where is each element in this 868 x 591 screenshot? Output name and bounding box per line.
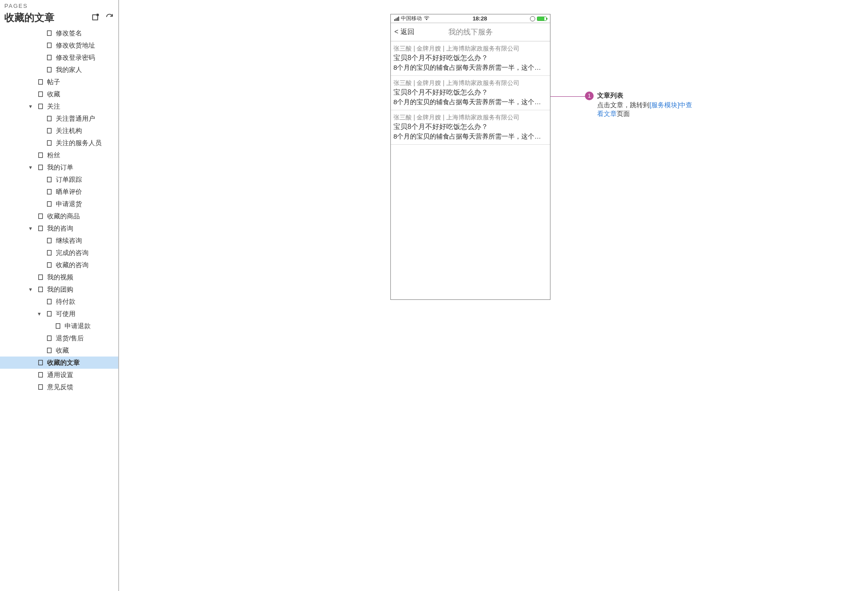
tree-node[interactable]: ▼关注	[0, 100, 118, 112]
page-title: 收藏的文章	[4, 11, 55, 24]
tree-node-label: 收藏	[56, 346, 69, 355]
article-item[interactable]: 张三酸 | 金牌月嫂 | 上海博助家政服务有限公司宝贝8个月不好好吃饭怎么办？8…	[391, 41, 550, 76]
tree-node-label: 可使用	[56, 310, 75, 318]
status-bar: 中国移动 18:28	[391, 14, 550, 23]
tree-node[interactable]: 粉丝	[0, 149, 118, 161]
svg-rect-11	[39, 153, 43, 158]
tree-node[interactable]: 通用设置	[0, 369, 118, 381]
tree-node[interactable]: ▼可使用	[0, 308, 118, 320]
title-row: 收藏的文章	[4, 11, 114, 24]
annotation-text: 点击文章，跳转到[服务模块]中查看文章页面	[597, 101, 693, 119]
article-title: 宝贝8个月不好好吃饭怎么办？	[393, 54, 547, 63]
tree-node-label: 关注	[47, 102, 60, 111]
title-actions	[91, 13, 114, 23]
tree-node[interactable]: 修改登录密码	[0, 51, 118, 64]
tree-node-label: 收藏的咨询	[56, 261, 89, 269]
tree-node[interactable]: 收藏的咨询	[0, 259, 118, 271]
tree-node-label: 订单跟踪	[56, 176, 82, 184]
svg-rect-10	[48, 141, 51, 146]
tree-node[interactable]: 修改收货地址	[0, 39, 118, 51]
refresh-icon[interactable]	[105, 13, 114, 23]
tree-node-label: 待付款	[56, 298, 75, 306]
page-icon	[46, 299, 52, 305]
tree-node-label: 我的家人	[56, 66, 82, 74]
tree-node[interactable]: 退货/售后	[0, 332, 118, 344]
page-tree[interactable]: 修改签名修改收货地址修改登录密码我的家人帖子收藏▼关注关注普通用户关注机构关注的…	[0, 26, 118, 591]
tree-node[interactable]: 关注机构	[0, 125, 118, 137]
page-icon	[38, 91, 44, 97]
tree-node[interactable]: 修改签名	[0, 27, 118, 39]
svg-rect-22	[39, 287, 43, 292]
chevron-down-icon[interactable]: ▼	[28, 226, 33, 231]
svg-rect-24	[48, 312, 51, 316]
tree-node-label: 收藏	[47, 90, 60, 98]
page-icon	[38, 152, 44, 158]
tree-node[interactable]: ▼我的团购	[0, 283, 118, 296]
tree-node-label: 帖子	[47, 78, 60, 86]
page-icon	[38, 286, 44, 292]
chevron-down-icon[interactable]: ▼	[28, 165, 33, 170]
tree-node[interactable]: ▼我的订单	[0, 161, 118, 173]
chevron-down-icon[interactable]: ▼	[28, 104, 33, 109]
tree-node[interactable]: 晒单评价	[0, 186, 118, 198]
page-icon	[38, 164, 44, 170]
svg-rect-12	[39, 165, 43, 170]
article-item[interactable]: 张三酸 | 金牌月嫂 | 上海博助家政服务有限公司宝贝8个月不好好吃饭怎么办？8…	[391, 76, 550, 110]
wifi-icon	[424, 15, 430, 22]
tree-node-label: 收藏的商品	[47, 212, 80, 221]
article-title: 宝贝8个月不好好吃饭怎么办？	[393, 122, 547, 132]
svg-point-31	[426, 19, 427, 20]
carrier-label: 中国移动	[401, 15, 422, 22]
export-icon[interactable]	[91, 13, 100, 23]
annotation-text-after: 页面	[617, 110, 630, 117]
tree-node[interactable]: 完成的咨询	[0, 247, 118, 259]
annotation-badge: 1	[585, 92, 594, 100]
tree-node[interactable]: 继续咨询	[0, 234, 118, 247]
tree-node[interactable]: 关注普通用户	[0, 112, 118, 125]
tree-node-label: 修改收货地址	[56, 41, 95, 50]
tree-node-label: 我的订单	[47, 163, 73, 172]
tree-node[interactable]: 申请退货	[0, 198, 118, 210]
tree-node-label: 意见反馈	[47, 383, 73, 391]
tree-node[interactable]: 申请退款	[0, 320, 118, 332]
svg-rect-27	[48, 348, 51, 353]
tree-node-label: 关注的服务人员	[56, 139, 102, 147]
article-list: 张三酸 | 金牌月嫂 | 上海博助家政服务有限公司宝贝8个月不好好吃饭怎么办？8…	[391, 41, 550, 145]
tree-node[interactable]: 关注的服务人员	[0, 137, 118, 149]
chevron-down-icon[interactable]: ▼	[28, 287, 33, 292]
tree-node[interactable]: ▼我的咨询	[0, 222, 118, 234]
tree-node[interactable]: 意见反馈	[0, 381, 118, 393]
page-icon	[46, 115, 52, 122]
svg-rect-25	[56, 324, 60, 329]
article-meta: 张三酸 | 金牌月嫂 | 上海博助家政服务有限公司	[393, 114, 547, 122]
svg-rect-29	[39, 373, 43, 377]
svg-rect-23	[48, 299, 51, 304]
chevron-down-icon[interactable]: ▼	[37, 311, 42, 316]
svg-rect-3	[48, 55, 51, 60]
tree-node-label: 关注普通用户	[56, 115, 95, 123]
svg-rect-14	[48, 190, 51, 194]
page-icon	[38, 79, 44, 85]
back-button[interactable]: < 返回	[394, 27, 414, 37]
tree-node[interactable]: 收藏的商品	[0, 210, 118, 222]
page-icon	[46, 42, 52, 48]
canvas: 中国移动 18:28 < 返回 我的线下服务 张三酸 | 金牌月嫂 | 上海博助…	[119, 0, 868, 591]
page-icon	[38, 274, 44, 280]
page-icon	[46, 250, 52, 256]
tree-node[interactable]: 我的家人	[0, 64, 118, 76]
tree-node[interactable]: 收藏	[0, 344, 118, 357]
page-icon	[46, 189, 52, 195]
tree-node[interactable]: 订单跟踪	[0, 173, 118, 186]
svg-rect-4	[48, 68, 51, 72]
tree-node[interactable]: 收藏的文章	[0, 357, 118, 369]
tree-node-label: 继续咨询	[56, 237, 82, 245]
svg-rect-20	[48, 263, 51, 268]
tree-node[interactable]: 帖子	[0, 76, 118, 88]
page-icon	[46, 128, 52, 134]
article-title: 宝贝8个月不好好吃饭怎么办？	[393, 88, 547, 97]
svg-rect-7	[39, 104, 43, 109]
tree-node[interactable]: 收藏	[0, 88, 118, 100]
tree-node[interactable]: 待付款	[0, 296, 118, 308]
tree-node[interactable]: 我的视频	[0, 271, 118, 283]
article-item[interactable]: 张三酸 | 金牌月嫂 | 上海博助家政服务有限公司宝贝8个月不好好吃饭怎么办？8…	[391, 110, 550, 145]
